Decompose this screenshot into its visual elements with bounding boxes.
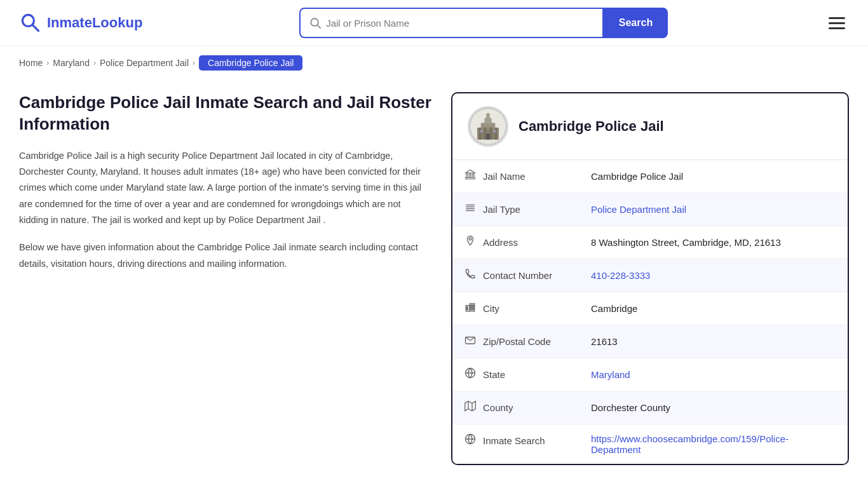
svg-rect-12: [494, 128, 497, 140]
main-content: Cambridge Police Jail Inmate Search and …: [0, 79, 868, 488]
table-label-cell: Address: [452, 226, 580, 259]
svg-rect-11: [490, 128, 492, 140]
svg-point-25: [469, 238, 471, 240]
row-icon: [464, 400, 477, 415]
hamburger-line-1: [829, 17, 845, 19]
svg-rect-29: [467, 309, 468, 310]
svg-rect-28: [467, 307, 468, 308]
table-value-cell[interactable]: Police Department Jail: [580, 193, 848, 226]
header: InmateLookup Search: [0, 0, 868, 46]
table-row: StateMaryland: [452, 358, 848, 391]
chevron-icon-1: ›: [46, 58, 49, 67]
page-title: Cambridge Police Jail Inmate Search and …: [19, 92, 432, 135]
card-title: Cambridge Police Jail: [519, 118, 664, 135]
search-button[interactable]: Search: [604, 8, 668, 38]
svg-rect-18: [470, 174, 471, 178]
table-row: CityCambridge: [452, 292, 848, 325]
table-row: CountyDorchester County: [452, 391, 848, 424]
table-value-cell: 8 Washington Street, Cambridge, MD, 2161…: [580, 226, 848, 259]
table-value-cell: Dorchester County: [580, 391, 848, 424]
table-link[interactable]: Maryland: [591, 369, 630, 380]
hamburger-line-2: [829, 22, 845, 24]
svg-rect-33: [473, 307, 474, 308]
table-row: Address8 Washington Street, Cambridge, M…: [452, 226, 848, 259]
table-row: Contact Number410-228-3333: [452, 259, 848, 292]
breadcrumb-current: Cambridge Police Jail: [199, 55, 302, 71]
svg-rect-30: [471, 305, 472, 306]
table-link[interactable]: 410-228-3333: [591, 270, 650, 281]
svg-rect-31: [473, 305, 474, 306]
description-1: Cambridge Police Jail is a high security…: [19, 148, 432, 229]
breadcrumb: Home › Maryland › Police Department Jail…: [0, 46, 868, 79]
table-row: Inmate Searchhttps://www.choosecambridge…: [452, 424, 848, 464]
table-label-cell: Zip/Postal Code: [452, 325, 580, 358]
search-icon: [309, 17, 321, 29]
table-link[interactable]: https://www.choosecambridge.com/159/Poli…: [591, 433, 789, 455]
table-label-cell: State: [452, 358, 580, 391]
table-value-cell[interactable]: 410-228-3333: [580, 259, 848, 292]
breadcrumb-police-dept[interactable]: Police Department Jail: [100, 58, 189, 68]
row-icon: [464, 169, 477, 184]
svg-rect-10: [484, 128, 486, 140]
svg-line-1: [33, 25, 39, 31]
chevron-icon-3: ›: [193, 58, 195, 67]
search-input[interactable]: [326, 18, 593, 29]
hamburger-menu[interactable]: [825, 13, 849, 33]
svg-rect-17: [466, 174, 468, 178]
table-value-cell: Cambridge Police Jail: [580, 160, 848, 193]
table-label-cell: Jail Type: [452, 193, 580, 226]
table-value-cell: Cambridge: [580, 292, 848, 325]
description-2: Below we have given information about th…: [19, 240, 432, 272]
row-icon: [464, 268, 477, 283]
card-avatar: [468, 106, 508, 147]
search-box: [299, 8, 604, 38]
table-label-cell: County: [452, 391, 580, 424]
svg-rect-8: [486, 113, 490, 119]
breadcrumb-home[interactable]: Home: [19, 58, 43, 68]
svg-rect-13: [486, 133, 490, 139]
card-header: Cambridge Police Jail: [452, 93, 848, 160]
svg-rect-35: [473, 309, 474, 310]
table-row: Jail NameCambridge Police Jail: [452, 160, 848, 193]
svg-rect-15: [493, 130, 496, 133]
hamburger-line-3: [829, 27, 845, 29]
table-row: Zip/Postal Code21613: [452, 325, 848, 358]
svg-rect-9: [479, 128, 482, 140]
row-icon: [464, 301, 477, 316]
table-value-cell[interactable]: https://www.choosecambridge.com/159/Poli…: [580, 424, 848, 464]
table-value-cell: 21613: [580, 325, 848, 358]
table-label-cell: City: [452, 292, 580, 325]
svg-line-3: [318, 25, 321, 29]
logo: InmateLookup: [19, 11, 142, 34]
table-label-cell: Inmate Search: [452, 424, 580, 457]
table-label-cell: Contact Number: [452, 259, 580, 292]
search-area: Search: [299, 8, 668, 38]
row-icon: [464, 334, 477, 349]
table-row: Jail TypePolice Department Jail: [452, 193, 848, 226]
svg-marker-39: [465, 402, 476, 411]
table-link[interactable]: Police Department Jail: [591, 204, 686, 215]
chevron-icon-2: ›: [93, 58, 96, 67]
table-label-cell: Jail Name: [452, 160, 580, 193]
row-icon: [464, 367, 477, 382]
info-table: Jail NameCambridge Police JailJail TypeP…: [452, 160, 848, 464]
svg-rect-19: [473, 174, 474, 178]
svg-rect-26: [466, 306, 470, 311]
building-icon: [469, 106, 507, 147]
svg-marker-20: [466, 170, 475, 173]
logo-text: InmateLookup: [47, 15, 142, 31]
row-icon: [464, 235, 477, 250]
info-card: Cambridge Police Jail Jail NameCambridge…: [451, 92, 849, 465]
row-icon: [464, 433, 477, 448]
logo-icon: [19, 11, 42, 34]
svg-rect-14: [480, 130, 483, 133]
left-column: Cambridge Police Jail Inmate Search and …: [19, 92, 432, 283]
row-icon: [464, 202, 477, 217]
svg-rect-34: [471, 309, 472, 310]
table-value-cell[interactable]: Maryland: [580, 358, 848, 391]
svg-rect-32: [471, 307, 472, 308]
breadcrumb-maryland[interactable]: Maryland: [53, 58, 90, 68]
